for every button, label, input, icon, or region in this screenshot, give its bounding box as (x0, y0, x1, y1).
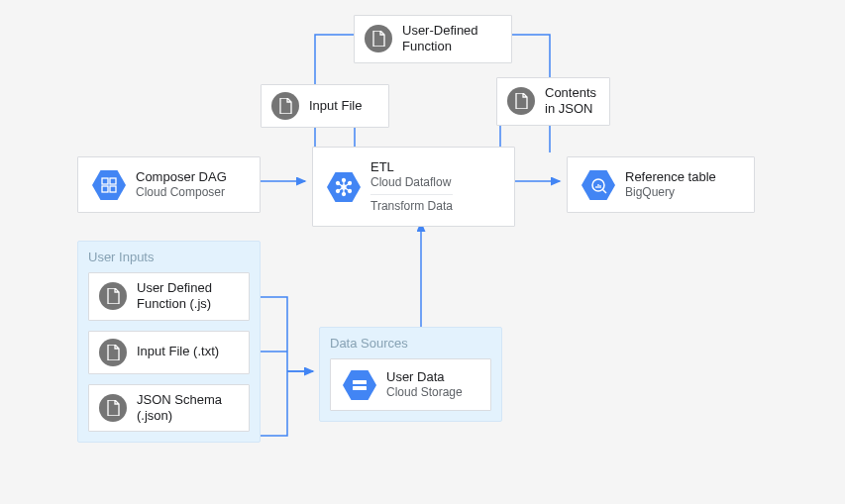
group-title: User Inputs (88, 250, 250, 264)
node-user-data-storage: User Data Cloud Storage (330, 358, 491, 411)
cloud-storage-icon (343, 370, 376, 400)
group-data-sources: Data Sources User Data Cloud Storage (319, 327, 502, 422)
node-subtitle: Cloud Composer (136, 185, 227, 200)
svg-point-12 (337, 189, 340, 192)
node-json-schema: JSON Schema (.json) (88, 384, 250, 433)
node-user-defined-function: User-Defined Function (354, 15, 512, 63)
node-title: Composer DAG (136, 169, 227, 185)
node-composer-dag: Composer DAG Cloud Composer (77, 156, 261, 213)
node-subtitle: Cloud Dataflow (370, 175, 453, 190)
composer-icon (92, 170, 126, 200)
node-title: Reference table (625, 169, 716, 185)
group-title: Data Sources (330, 336, 491, 351)
node-title: ETL (370, 159, 453, 175)
group-user-inputs: User Inputs User Defined Function (.js) … (77, 241, 261, 443)
node-subtitle: Cloud Storage (386, 385, 463, 400)
dataflow-icon (327, 172, 361, 202)
node-subtitle: BigQuery (625, 185, 716, 200)
node-user-defined-function-js: User Defined Function (.js) (88, 272, 250, 321)
svg-rect-19 (353, 380, 367, 384)
node-etl-dataflow: ETL Cloud Dataflow Transform Data (312, 147, 515, 227)
file-icon (99, 394, 127, 422)
file-icon (271, 92, 299, 120)
file-icon (365, 25, 392, 52)
svg-point-10 (337, 181, 340, 184)
node-label: Input File (.txt) (137, 344, 219, 359)
svg-rect-20 (353, 386, 367, 390)
node-input-file-txt: Input File (.txt) (88, 331, 250, 374)
node-subtitle2: Transform Data (370, 194, 453, 214)
node-label: JSON Schema (.json) (137, 392, 239, 425)
node-label: Contents in JSON (545, 85, 599, 118)
svg-point-11 (349, 189, 352, 192)
bigquery-icon (581, 170, 615, 200)
file-icon (99, 339, 127, 366)
node-label: User Defined Function (.js) (137, 280, 239, 313)
file-icon (507, 87, 535, 115)
node-bigquery: Reference table BigQuery (567, 156, 755, 213)
node-input-file: Input File (261, 84, 389, 128)
svg-point-9 (343, 192, 346, 195)
svg-point-8 (343, 178, 346, 181)
node-label: User-Defined Function (402, 23, 501, 55)
svg-point-13 (349, 181, 352, 184)
node-title: User Data (386, 369, 463, 385)
node-label: Input File (309, 98, 362, 114)
node-contents-json: Contents in JSON (496, 77, 610, 126)
file-icon (99, 282, 127, 310)
